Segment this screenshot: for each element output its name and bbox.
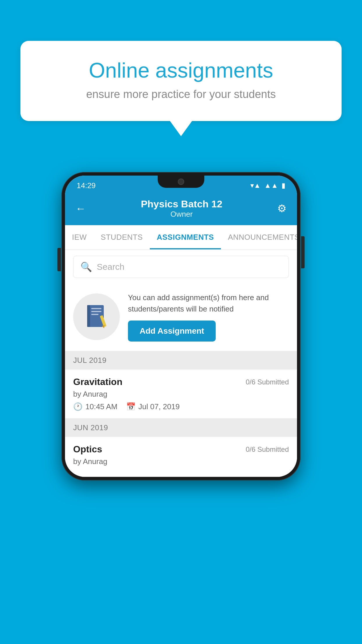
search-container: 🔍 Search bbox=[65, 250, 297, 284]
back-button[interactable]: ← bbox=[75, 202, 86, 215]
section-header-jun2019: JUN 2019 bbox=[65, 419, 297, 437]
assignment-top: Gravitation 0/6 Submitted bbox=[73, 377, 289, 387]
svg-rect-2 bbox=[91, 308, 101, 309]
battery-icon: ▮ bbox=[282, 181, 285, 190]
bubble-subtitle: ensure more practice for your students bbox=[41, 88, 321, 101]
tab-iew[interactable]: IEW bbox=[65, 225, 94, 249]
assignment-submitted-gravitation: 0/6 Submitted bbox=[246, 378, 289, 386]
speech-bubble: Online assignments ensure more practice … bbox=[20, 41, 342, 121]
front-camera bbox=[178, 178, 184, 185]
assignment-time-gravitation: 🕐 10:45 AM bbox=[73, 402, 117, 411]
app-header: ← Physics Batch 12 Owner ⚙ bbox=[65, 193, 297, 225]
add-assignment-button[interactable]: Add Assignment bbox=[128, 321, 216, 342]
header-subtitle: Owner bbox=[141, 210, 222, 219]
svg-rect-3 bbox=[91, 311, 101, 312]
assignment-author-optics: by Anurag bbox=[73, 457, 289, 466]
tabs-bar: IEW STUDENTS ASSIGNMENTS ANNOUNCEMENTS bbox=[65, 225, 297, 250]
assignment-item-gravitation[interactable]: Gravitation 0/6 Submitted by Anurag 🕐 10… bbox=[65, 370, 297, 419]
tab-announcements[interactable]: ANNOUNCEMENTS bbox=[221, 225, 297, 249]
promo-right: You can add assignment(s) from here and … bbox=[128, 292, 289, 342]
notebook-svg-icon bbox=[85, 304, 108, 330]
svg-rect-4 bbox=[91, 314, 99, 315]
search-icon: 🔍 bbox=[80, 261, 92, 272]
assignment-top-optics: Optics 0/6 Submitted bbox=[73, 444, 289, 455]
section-header-jul2019: JUL 2019 bbox=[65, 351, 297, 370]
phone-outer: 14:29 ▾▲ ▲▲ ▮ ← Physics Batch 12 Owner ⚙… bbox=[61, 172, 301, 480]
assignment-time-text: 10:45 AM bbox=[85, 402, 117, 411]
bubble-title: Online assignments bbox=[41, 58, 321, 82]
assignment-meta-gravitation: 🕐 10:45 AM 📅 Jul 07, 2019 bbox=[73, 402, 289, 411]
assignment-submitted-optics: 0/6 Submitted bbox=[246, 445, 289, 454]
assignment-item-optics[interactable]: Optics 0/6 Submitted by Anurag bbox=[65, 437, 297, 477]
search-box[interactable]: 🔍 Search bbox=[73, 256, 289, 278]
header-title: Physics Batch 12 bbox=[141, 198, 222, 210]
assignment-author-gravitation: by Anurag bbox=[73, 390, 289, 399]
speech-bubble-container: Online assignments ensure more practice … bbox=[20, 41, 342, 121]
assignment-date-gravitation: 📅 Jul 07, 2019 bbox=[126, 402, 180, 411]
assignment-date-text: Jul 07, 2019 bbox=[138, 402, 180, 411]
status-time: 14:29 bbox=[77, 181, 96, 190]
promo-text: You can add assignment(s) from here and … bbox=[128, 292, 289, 315]
wifi-icon: ▾▲ bbox=[250, 181, 261, 190]
add-assignment-promo: You can add assignment(s) from here and … bbox=[65, 284, 297, 351]
assignment-title-gravitation: Gravitation bbox=[73, 377, 122, 387]
header-title-group: Physics Batch 12 Owner bbox=[141, 198, 222, 219]
tab-students[interactable]: STUDENTS bbox=[94, 225, 150, 249]
svg-rect-1 bbox=[87, 305, 90, 327]
calendar-icon: 📅 bbox=[126, 402, 136, 411]
assignment-title-optics: Optics bbox=[73, 444, 102, 455]
signal-icon: ▲▲ bbox=[264, 181, 278, 190]
tab-assignments[interactable]: ASSIGNMENTS bbox=[150, 225, 221, 249]
phone-notch bbox=[158, 176, 204, 188]
search-placeholder: Search bbox=[97, 262, 124, 272]
phone-mockup: 14:29 ▾▲ ▲▲ ▮ ← Physics Batch 12 Owner ⚙… bbox=[61, 172, 301, 480]
phone-inner: 14:29 ▾▲ ▲▲ ▮ ← Physics Batch 12 Owner ⚙… bbox=[65, 176, 297, 477]
status-icons: ▾▲ ▲▲ ▮ bbox=[250, 181, 285, 190]
clock-icon: 🕐 bbox=[73, 402, 82, 411]
settings-icon[interactable]: ⚙ bbox=[277, 202, 287, 215]
promo-icon-circle bbox=[73, 293, 120, 340]
